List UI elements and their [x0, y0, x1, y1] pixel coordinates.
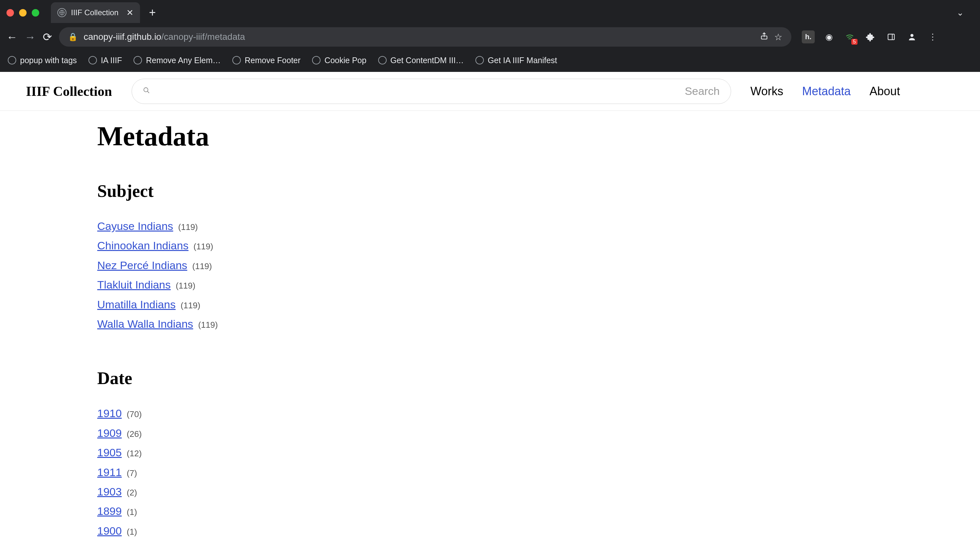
tab-overview-icon[interactable]: ⌄ — [957, 8, 973, 18]
forward-button[interactable]: → — [24, 31, 36, 43]
side-panel-icon[interactable] — [885, 31, 898, 43]
window-minimize-button[interactable] — [19, 9, 26, 16]
facet-heading-date: Date — [97, 368, 883, 388]
extension-record-icon[interactable]: ◉ — [823, 31, 835, 43]
search-container: Search — [132, 79, 731, 104]
bookmarks-bar: popup with tags IA IIIF Remove Any Elem…… — [0, 49, 980, 72]
page-viewport: IIIF Collection Search Works Metadata Ab… — [0, 72, 980, 557]
svg-point-5 — [144, 88, 148, 92]
bookmark-label: popup with tags — [20, 56, 77, 65]
page-content: Metadata Subject Cayuse Indians (119) Ch… — [0, 111, 980, 557]
facet-list-date: 1910 (70) 1909 (26) 1905 (12) 1911 (7) 1… — [97, 404, 883, 539]
globe-icon — [475, 56, 484, 64]
extensions-puzzle-icon[interactable] — [864, 31, 877, 43]
site-header: IIIF Collection Search Works Metadata Ab… — [0, 72, 980, 111]
facet-item: Cayuse Indians (119) — [97, 217, 883, 235]
facet-link[interactable]: 1899 — [97, 505, 122, 517]
facet-link[interactable]: Chinookan Indians — [97, 239, 189, 252]
facet-count: (2) — [127, 488, 137, 497]
window-close-button[interactable] — [7, 9, 14, 16]
facet-item: 1905 (12) — [97, 444, 883, 461]
facet-list-subject: Cayuse Indians (119) Chinookan Indians (… — [97, 217, 883, 332]
reload-button[interactable]: ⟳ — [43, 31, 52, 43]
close-tab-icon[interactable]: ✕ — [123, 8, 134, 18]
facet-count: (70) — [127, 409, 142, 419]
facet-item: 1909 (26) — [97, 424, 883, 442]
facet-count: (119) — [193, 241, 213, 251]
bookmark-item[interactable]: Cookie Pop — [312, 56, 366, 65]
site-logo[interactable]: IIIF Collection — [26, 83, 112, 99]
extension-wifi-icon[interactable] — [843, 31, 856, 43]
share-icon[interactable] — [760, 32, 768, 42]
globe-icon — [134, 56, 142, 64]
browser-tab[interactable]: IIIF Collection ✕ — [51, 2, 140, 23]
facet-link[interactable]: 1911 — [97, 466, 122, 478]
facet-link[interactable]: 1909 — [97, 427, 122, 439]
url-text: canopy-iiif.github.io/canopy-iiif/metada… — [83, 32, 245, 42]
facet-item: 1910 (70) — [97, 404, 883, 422]
facet-count: (119) — [198, 320, 218, 330]
facet-link[interactable]: 1900 — [97, 524, 122, 537]
extension-hypothesis-icon[interactable]: h. — [802, 31, 815, 43]
bookmark-label: IA IIIF — [101, 56, 122, 65]
tab-strip: IIIF Collection ✕ + ⌄ — [0, 0, 980, 25]
search-box[interactable]: Search — [132, 79, 731, 104]
globe-icon — [378, 56, 387, 64]
page-title: Metadata — [97, 121, 883, 152]
bookmark-star-icon[interactable]: ☆ — [774, 32, 782, 42]
nav-metadata[interactable]: Metadata — [802, 85, 851, 98]
search-placeholder-label: Search — [685, 85, 720, 98]
nav-about[interactable]: About — [869, 85, 900, 98]
facet-item: Walla Walla Indians (119) — [97, 315, 883, 332]
profile-icon[interactable] — [905, 31, 918, 43]
browser-chrome: IIIF Collection ✕ + ⌄ ← → ⟳ 🔒 canopy-iii… — [0, 0, 980, 72]
bookmark-label: Get IA IIIF Manifest — [488, 56, 557, 65]
facet-count: (119) — [181, 301, 200, 310]
facet-count: (1) — [127, 507, 137, 517]
facet-count: (119) — [176, 281, 195, 290]
bookmark-label: Cookie Pop — [324, 56, 366, 65]
facet-count: (119) — [192, 261, 212, 271]
globe-icon — [312, 56, 320, 64]
globe-icon — [57, 8, 67, 17]
bookmark-item[interactable]: IA IIIF — [88, 56, 122, 65]
facet-item: Nez Percé Indians (119) — [97, 256, 883, 274]
address-bar[interactable]: 🔒 canopy-iiif.github.io/canopy-iiif/meta… — [59, 27, 791, 47]
facet-heading-subject: Subject — [97, 181, 883, 201]
kebab-menu-icon[interactable]: ⋮ — [926, 31, 939, 43]
facet-count: (12) — [127, 448, 142, 458]
search-icon — [143, 86, 150, 96]
bookmark-item[interactable]: popup with tags — [8, 56, 77, 65]
nav-works[interactable]: Works — [751, 85, 783, 98]
facet-item: 1900 (1) — [97, 522, 883, 539]
bookmark-item[interactable]: Remove Any Elem… — [134, 56, 221, 65]
facet-link[interactable]: Nez Percé Indians — [97, 259, 187, 271]
extension-icons: h. ◉ ⋮ — [799, 31, 939, 43]
facet-link[interactable]: 1903 — [97, 485, 122, 498]
facet-link[interactable]: Cayuse Indians — [97, 220, 173, 232]
facet-count: (1) — [127, 527, 137, 537]
facet-link[interactable]: 1905 — [97, 446, 122, 459]
facet-item: 1911 (7) — [97, 463, 883, 481]
facet-link[interactable]: Umatilla Indians — [97, 298, 176, 311]
new-tab-button[interactable]: + — [145, 6, 160, 20]
url-path: /canopy-iiif/metadata — [162, 32, 245, 42]
bookmark-item[interactable]: Get IA IIIF Manifest — [475, 56, 557, 65]
search-input[interactable] — [156, 85, 679, 97]
site-nav: Works Metadata About — [751, 85, 900, 98]
bookmark-item[interactable]: Remove Footer — [232, 56, 301, 65]
globe-icon — [8, 56, 16, 64]
facet-link[interactable]: 1910 — [97, 407, 122, 419]
svg-rect-2 — [888, 34, 895, 39]
browser-toolbar: ← → ⟳ 🔒 canopy-iiif.github.io/canopy-iii… — [0, 25, 980, 49]
bookmark-label: Remove Footer — [245, 56, 301, 65]
facet-link[interactable]: Walla Walla Indians — [97, 318, 193, 330]
bookmark-item[interactable]: Get ContentDM III… — [378, 56, 464, 65]
globe-icon — [232, 56, 241, 64]
window-controls — [7, 9, 46, 16]
facet-item: 1899 (1) — [97, 502, 883, 520]
window-maximize-button[interactable] — [32, 9, 39, 16]
facet-link[interactable]: Tlakluit Indians — [97, 278, 171, 291]
svg-line-6 — [147, 91, 149, 93]
back-button[interactable]: ← — [7, 31, 18, 43]
